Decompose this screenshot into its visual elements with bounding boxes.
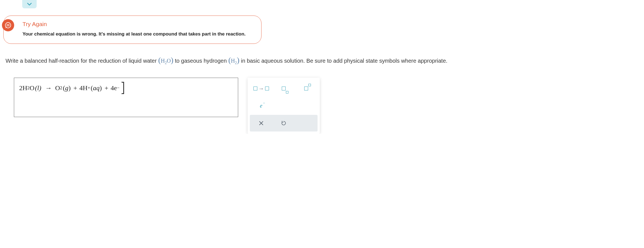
expand-button[interactable]	[22, 0, 37, 8]
equation-input[interactable]: 2H2O(l) → O2(g) + 4H+(aq) + 4e−	[14, 78, 238, 117]
feedback-box: Try Again Your chemical equation is wron…	[3, 16, 261, 44]
feedback-message: Your chemical equation is wrong. It's mi…	[22, 31, 253, 37]
chevron-down-icon	[27, 2, 32, 6]
palette-electron-button[interactable]: e	[250, 97, 272, 114]
text-cursor	[121, 82, 124, 94]
formula-h2: (H2)	[228, 58, 239, 64]
formula-h2o: (H2O)	[158, 58, 173, 64]
close-icon	[259, 121, 264, 126]
palette-superscript-button[interactable]	[295, 80, 318, 97]
feedback-title: Try Again	[22, 21, 253, 27]
palette-arrow-button[interactable]: →	[250, 80, 272, 97]
reset-icon	[281, 120, 286, 126]
question-part2: to gaseous hydrogen	[173, 58, 228, 64]
question-text: Write a balanced half-reaction for the r…	[6, 53, 638, 67]
palette-reset-button[interactable]	[272, 115, 295, 131]
question-part3: in basic aqueous solution. Be sure to ad…	[240, 58, 447, 64]
palette-clear-button[interactable]	[250, 115, 272, 131]
question-part1: Write a balanced half-reaction for the r…	[6, 58, 158, 64]
feedback-icon	[2, 19, 14, 31]
palette: → e	[248, 78, 320, 134]
palette-subscript-button[interactable]	[272, 80, 295, 97]
answer-row: 2H2O(l) → O2(g) + 4H+(aq) + 4e− →	[14, 78, 638, 134]
